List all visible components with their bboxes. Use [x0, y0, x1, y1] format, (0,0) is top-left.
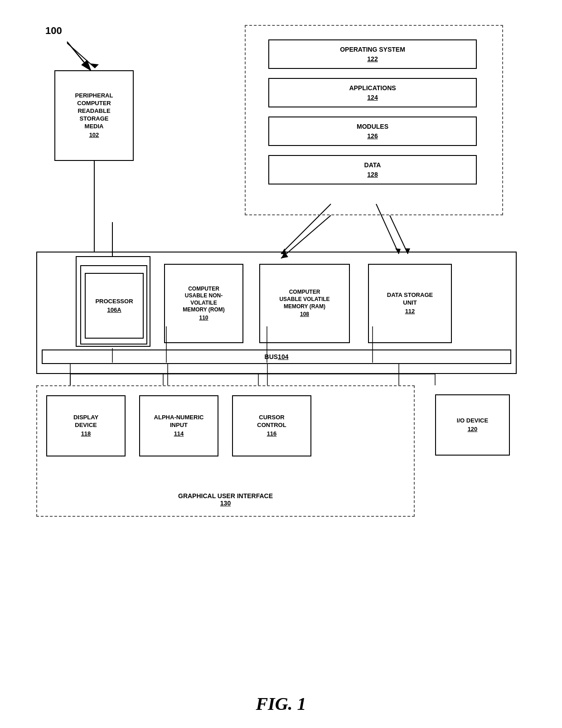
svg-line-19	[390, 215, 408, 254]
figure-label: FIG. 1	[256, 693, 306, 714]
applications-box: APPLICATIONS 124	[268, 78, 477, 107]
cursor-control-box: CURSORCONTROL 116	[232, 395, 311, 456]
bus-bar: BUS 104	[42, 349, 511, 364]
peripheral-media-box: PERIPHERALCOMPUTERREADABLESTORAGEMEDIA 1…	[54, 70, 134, 161]
svg-line-15	[67, 42, 91, 70]
gui-dashed-container: DISPLAYDEVICE 118 ALPHA-NUMERICINPUT 114…	[36, 385, 415, 517]
gui-label: GRAPHICAL USER INTERFACE 130	[178, 492, 273, 507]
modules-box: MODULES 126	[268, 116, 477, 146]
svg-line-0	[67, 43, 95, 68]
data-storage-box: DATA STORAGEUNIT 112	[368, 264, 452, 343]
memory-dashed-container: OPERATING SYSTEM 122 APPLICATIONS 124 MO…	[245, 25, 503, 215]
ref-100: 100	[45, 25, 62, 37]
data-box: DATA 128	[268, 155, 477, 184]
rom-box: COMPUTERUSABLE NON-VOLATILEMEMORY (ROM) …	[164, 264, 243, 343]
processor-box: PROCESSOR 106A	[85, 273, 144, 339]
ram-box: COMPUTERUSABLE VOLATILEMEMORY (RAM) 108	[259, 264, 350, 343]
main-computer-container: 106C 106B PROCESSOR 106A COMPUTERUSABLE …	[36, 252, 517, 374]
operating-system-box: OPERATING SYSTEM 122	[268, 39, 477, 69]
alpha-numeric-box: ALPHA-NUMERICINPUT 114	[139, 395, 218, 456]
display-device-box: DISPLAYDEVICE 118	[46, 395, 126, 456]
io-device-box: I/O DEVICE 120	[435, 394, 510, 456]
svg-marker-1	[91, 63, 99, 68]
